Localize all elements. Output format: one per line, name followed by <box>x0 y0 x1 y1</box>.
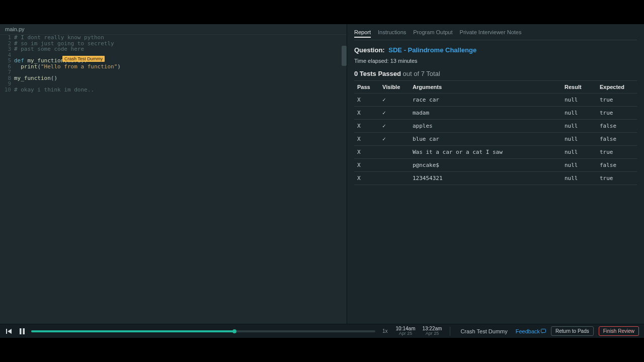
pause-icon <box>19 328 25 335</box>
cell-arguments: race car <box>410 94 561 107</box>
app-frame: main.py 1 2 3 4 5 6 7 8 9 10 # I dont re… <box>0 24 644 338</box>
comment-icon <box>541 329 546 334</box>
cell-pass: X <box>354 146 379 159</box>
line-number-gutter: 1 2 3 4 5 6 7 8 9 10 <box>0 35 14 338</box>
cell-result: null <box>561 159 597 172</box>
table-row: X123454321nulltrue <box>354 172 637 185</box>
tab-private-notes[interactable]: Private Interviewer Notes <box>460 29 522 38</box>
cell-visible <box>379 146 410 159</box>
cell-result: null <box>561 146 597 159</box>
question-label: Question: <box>354 46 385 54</box>
cell-expected: false <box>597 133 637 146</box>
skip-back-button[interactable] <box>5 327 13 335</box>
remote-cursor-tag: Crash Test Dummy <box>62 56 105 62</box>
skip-back-icon <box>6 328 13 335</box>
cell-expected: true <box>597 146 637 159</box>
cell-arguments: Was it a car or a cat I saw <box>410 146 561 159</box>
table-row: Xp@ncake$nullfalse <box>354 159 637 172</box>
cell-result: null <box>561 107 597 120</box>
cell-pass: X <box>354 133 379 146</box>
svg-rect-0 <box>6 329 7 334</box>
col-expected: Expected <box>597 81 637 94</box>
svg-rect-3 <box>23 328 25 334</box>
cell-arguments: 123454321 <box>410 172 561 185</box>
cell-arguments: apples <box>410 120 561 133</box>
playback-bar: 1x 10:14am Apr 25 13:22am Apr 25 Crash T… <box>0 324 644 338</box>
report-pane: Report Instructions Program Output Priva… <box>347 24 644 338</box>
tab-report[interactable]: Report <box>354 29 371 38</box>
cell-expected: false <box>597 120 637 133</box>
cell-visible: ✓ <box>379 107 410 120</box>
col-result: Result <box>561 81 597 94</box>
question-link[interactable]: SDE - Palindrome Challenge <box>388 46 476 54</box>
playback-start-time: 10:14am Apr 25 <box>395 326 417 336</box>
playback-thumb[interactable] <box>232 329 236 333</box>
playback-fill <box>31 330 234 332</box>
col-arguments: Arguments <box>410 81 561 94</box>
question-line: Question: SDE - Palindrome Challenge <box>354 46 637 54</box>
table-row: X✓blue carnullfalse <box>354 133 637 146</box>
finish-review-button[interactable]: Finish Review <box>599 326 639 336</box>
tests-summary: 0 Tests Passed out of 7 Total <box>354 70 637 81</box>
tab-instructions[interactable]: Instructions <box>378 29 406 38</box>
cell-expected: true <box>597 94 637 107</box>
cell-result: null <box>561 172 597 185</box>
time-elapsed: Time elapsed: 13 minutes <box>354 58 637 64</box>
cell-expected: true <box>597 107 637 120</box>
table-row: X✓applesnullfalse <box>354 120 637 133</box>
playback-user: Crash Test Dummy <box>460 328 507 334</box>
cell-pass: X <box>354 94 379 107</box>
cell-result: null <box>561 94 597 107</box>
cell-result: null <box>561 133 597 146</box>
feedback-link[interactable]: Feedback <box>516 328 546 334</box>
cell-result: null <box>561 120 597 133</box>
file-tab[interactable]: main.py <box>0 24 347 35</box>
cell-pass: X <box>354 107 379 120</box>
cell-arguments: madam <box>410 107 561 120</box>
cell-pass: X <box>354 159 379 172</box>
results-header-row: Pass Visible Arguments Result Expected <box>354 81 637 94</box>
report-tabs: Report Instructions Program Output Priva… <box>354 29 637 40</box>
cell-expected: true <box>597 172 637 185</box>
svg-marker-5 <box>542 332 543 334</box>
playback-end-time: 13:22am Apr 25 <box>421 326 443 336</box>
cell-visible: ✓ <box>379 120 410 133</box>
table-row: X✓race carnulltrue <box>354 94 637 107</box>
cell-visible: ✓ <box>379 94 410 107</box>
cell-pass: X <box>354 120 379 133</box>
svg-rect-2 <box>20 328 22 334</box>
editor-scrollbar[interactable] <box>342 46 347 66</box>
cell-arguments: p@ncake$ <box>410 159 561 172</box>
results-table: Pass Visible Arguments Result Expected X… <box>354 81 637 185</box>
return-to-pads-button[interactable]: Return to Pads <box>551 326 594 336</box>
editor-pane: main.py 1 2 3 4 5 6 7 8 9 10 # I dont re… <box>0 24 347 338</box>
code-lines[interactable]: # I dont really know python # so im just… <box>14 35 347 338</box>
code-area[interactable]: 1 2 3 4 5 6 7 8 9 10 # I dont really kno… <box>0 35 347 338</box>
playback-speed[interactable]: 1x <box>382 328 388 334</box>
cell-expected: false <box>597 159 637 172</box>
svg-marker-1 <box>8 329 12 334</box>
cell-visible <box>379 159 410 172</box>
table-row: XWas it a car or a cat I sawnulltrue <box>354 146 637 159</box>
tab-program-output[interactable]: Program Output <box>413 29 452 38</box>
cell-arguments: blue car <box>410 133 561 146</box>
playback-track[interactable] <box>31 330 375 332</box>
cell-pass: X <box>354 172 379 185</box>
divider <box>450 327 450 336</box>
table-row: X✓madamnulltrue <box>354 107 637 120</box>
svg-rect-4 <box>541 329 546 332</box>
pause-button[interactable] <box>18 327 26 335</box>
cell-visible <box>379 172 410 185</box>
cell-visible: ✓ <box>379 133 410 146</box>
col-pass: Pass <box>354 81 379 94</box>
col-visible: Visible <box>379 81 410 94</box>
